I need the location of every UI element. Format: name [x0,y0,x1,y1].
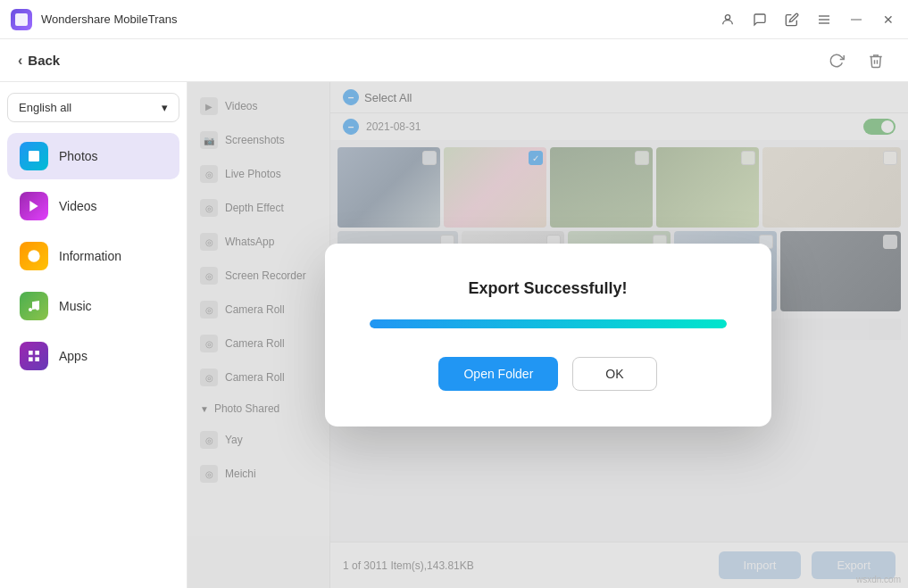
profile-icon[interactable] [719,11,737,29]
videos-icon [20,192,48,220]
delete-icon[interactable] [862,46,890,75]
content-area: English all ▾ Photos Videos Informat [0,82,908,588]
apps-icon [20,342,48,370]
progress-bar-fill [370,319,727,328]
modal-title: Export Successfully! [468,279,627,298]
sidebar-videos-label: Videos [59,199,97,213]
music-icon [20,292,48,320]
svg-point-0 [725,14,729,19]
language-dropdown[interactable]: English all ▾ [7,93,179,122]
modal-overlay: Export Successfully! Open Folder OK [187,82,908,588]
svg-point-6 [31,153,33,155]
svg-rect-14 [35,351,39,355]
right-panel: ▶ Videos 📷 Screenshots ◎ Live Photos ◎ D… [187,82,908,588]
chat-icon[interactable] [751,11,769,29]
edit-icon[interactable] [783,11,801,29]
title-bar-left: Wondershare MobileTrans [11,9,177,30]
svg-rect-15 [29,357,33,361]
sidebar-information-label: Information [59,249,121,263]
title-bar-right: ✕ [719,11,897,29]
svg-rect-16 [35,357,39,361]
svg-point-11 [29,308,32,311]
close-button[interactable]: ✕ [879,11,897,29]
sidebar-item-information[interactable]: Information [7,233,179,279]
svg-point-12 [36,307,39,311]
modal-buttons: Open Folder OK [438,357,656,391]
main-container: ‹ Back English all ▾ Photos [0,39,908,588]
refresh-icon[interactable] [822,46,851,75]
sidebar-photos-label: Photos [59,149,98,163]
dropdown-label: English all [19,101,71,114]
information-icon [20,242,48,270]
back-label: Back [28,53,60,68]
progress-bar-container [370,319,727,328]
back-button[interactable]: ‹ Back [18,53,60,69]
open-folder-button[interactable]: Open Folder [438,357,558,391]
svg-rect-4 [851,19,862,20]
back-bar-actions [822,46,890,75]
ok-button[interactable]: OK [572,357,656,391]
title-bar: Wondershare MobileTrans ✕ [0,0,908,39]
back-bar: ‹ Back [0,39,908,82]
sidebar-music-label: Music [59,299,92,313]
svg-rect-13 [29,351,33,355]
sidebar-item-photos[interactable]: Photos [7,133,179,179]
sidebar-item-music[interactable]: Music [7,283,179,329]
sidebar-item-videos[interactable]: Videos [7,183,179,229]
sidebar: English all ▾ Photos Videos Informat [0,82,187,588]
dropdown-arrow-icon: ▾ [162,101,168,114]
sidebar-apps-label: Apps [59,349,87,363]
menu-icon[interactable] [815,11,833,29]
back-arrow-icon: ‹ [18,53,22,69]
photos-icon [20,142,48,170]
app-title: Wondershare MobileTrans [41,12,177,26]
minimize-button[interactable] [847,11,865,29]
export-success-modal: Export Successfully! Open Folder OK [325,244,771,427]
svg-marker-7 [29,201,37,211]
sidebar-item-apps[interactable]: Apps [7,333,179,379]
app-icon [11,9,32,30]
